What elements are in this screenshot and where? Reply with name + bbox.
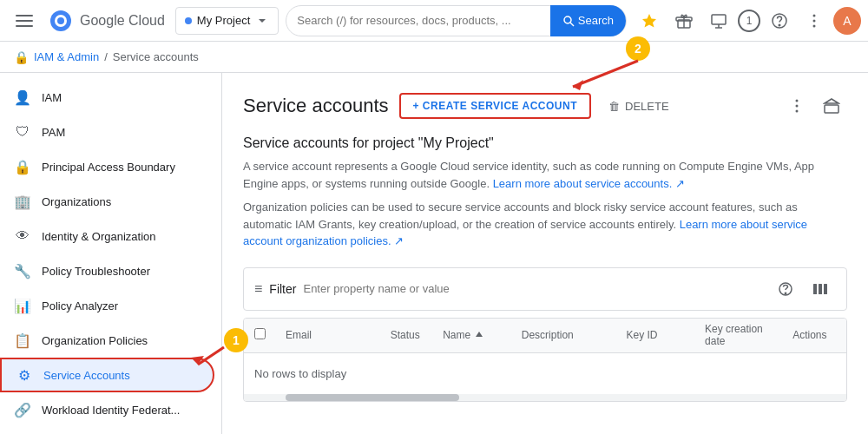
main-layout: 👤 IAM 🛡 PAM 🔒 Principal Access Boundary … [0,73,868,434]
col-description: Description [522,329,627,341]
gift-button[interactable] [668,5,700,36]
filter-help-button[interactable] [770,273,801,305]
filter-label: Filter [269,282,296,296]
sidebar-item-label: Workload Identity Federat... [42,404,180,417]
shield-icon: 🔒 [14,50,29,64]
info-text-1: A service account represents a Google Cl… [243,158,847,192]
filter-icon: ≡ [254,281,262,297]
filter-input[interactable] [303,282,763,295]
topbar: Google Cloud My Project Search [0,0,868,42]
chevron-down-icon [255,14,269,28]
pam-icon: 🛡 [14,123,31,141]
header-icons [781,90,847,122]
project-name: My Project [197,14,250,27]
empty-table-message: No rows to display [244,353,846,394]
logo-text: Google Cloud [80,13,165,29]
search-icon [562,15,575,27]
menu-button[interactable] [7,3,42,38]
svg-rect-2 [16,25,33,27]
svg-rect-0 [16,15,33,16]
sidebar-item-identity-org[interactable]: 👁 Identity & Organization [0,219,214,253]
notifications-button[interactable]: 1 [738,10,760,32]
more-vert-icon [789,98,805,114]
scrollbar[interactable] [244,394,846,401]
svg-point-22 [796,110,799,113]
sidebar-item-label: Organization Policies [42,334,148,347]
screen-icon [710,12,727,30]
sidebar-item-org-policies[interactable]: 📋 Organization Policies [0,323,214,358]
starred-button[interactable] [634,5,665,36]
sidebar-item-workload-identity[interactable]: 🔗 Workload Identity Federat... [0,392,214,427]
learn-more-link-1[interactable]: Learn more about service accounts. ↗ [493,177,685,190]
svg-rect-1 [16,20,33,22]
help-circle-icon [778,281,793,297]
iam-icon: 👤 [14,89,31,106]
select-all-checkbox[interactable] [254,328,266,339]
svg-rect-12 [712,15,726,24]
gift-icon [675,12,693,30]
svg-point-21 [796,105,799,108]
filter-bar: ≡ Filter [243,267,847,311]
sidebar: 👤 IAM 🛡 PAM 🔒 Principal Access Boundary … [0,73,222,434]
create-service-account-button[interactable]: + CREATE SERVICE ACCOUNT [399,93,591,119]
screen-button[interactable] [703,5,734,36]
breadcrumb-parent[interactable]: IAM & Admin [34,50,99,63]
sidebar-item-workforce-identity[interactable]: 🔗 Workforce Identity Federa... [0,427,214,434]
col-name[interactable]: Name [443,329,522,341]
help-button[interactable] [764,5,795,36]
google-cloud-logo-icon [49,9,73,33]
service-accounts-icon: ⚙ [16,366,33,384]
svg-point-19 [813,24,816,27]
sidebar-item-pab[interactable]: 🔒 Principal Access Boundary [0,149,214,184]
svg-line-7 [570,23,574,26]
sidebar-item-label: Policy Analyzer [42,299,118,312]
breadcrumb-separator: / [104,50,108,63]
sidebar-item-organizations[interactable]: 🏢 Organizations [0,184,214,219]
analyzer-icon: 📊 [14,297,31,314]
sidebar-item-pam[interactable]: 🛡 PAM [0,115,214,149]
content-header: Service accounts + CREATE SERVICE ACCOUN… [243,90,847,122]
info-text-2: Organization policies can be used to sec… [243,199,847,250]
svg-rect-23 [825,105,838,113]
col-status: Status [391,329,443,341]
delete-icon: 🗑 [608,100,620,113]
topbar-icons: 1 A [634,5,861,36]
sidebar-item-policy-troubleshooter[interactable]: 🔧 Policy Troubleshooter [0,253,214,288]
delete-button[interactable]: 🗑 DELETE [602,95,676,118]
logo-area: Google Cloud [49,9,165,33]
search-btn-label: Search [578,14,614,27]
sidebar-item-policy-analyzer[interactable]: 📊 Policy Analyzer [0,288,214,323]
search-button[interactable]: Search [550,5,626,36]
learn-button[interactable] [816,90,847,122]
svg-point-16 [779,24,780,26]
svg-point-20 [796,100,799,102]
sidebar-item-label: Organizations [42,195,111,208]
content-area: Service accounts + CREATE SERVICE ACCOUN… [222,73,868,434]
user-avatar[interactable]: A [833,7,861,35]
col-keyid: Key ID [626,329,705,341]
svg-rect-29 [824,284,827,294]
project-dot [185,17,192,24]
sidebar-item-label: Identity & Organization [42,230,156,243]
info-section: Service accounts for project "My Project… [243,135,847,250]
org-icon: 🏢 [14,193,31,210]
more-icon [806,12,823,30]
identity-icon: 👁 [14,227,31,245]
star-icon [641,12,658,30]
search-input[interactable] [297,14,550,27]
search-bar[interactable]: Search [286,5,627,36]
svg-point-6 [564,16,571,23]
svg-marker-8 [642,14,656,28]
more-options-button[interactable] [799,5,830,36]
svg-point-26 [785,293,786,293]
sidebar-item-service-accounts[interactable]: ⚙ Service Accounts [0,358,214,392]
learn-more-link-2[interactable]: Learn more about service account organiz… [243,218,807,248]
columns-button[interactable] [805,273,836,305]
sidebar-item-iam[interactable]: 👤 IAM [0,80,214,115]
breadcrumb: 🔒 IAM & Admin / Service accounts [0,42,868,73]
project-selector[interactable]: My Project [175,7,279,35]
sidebar-item-label: Principal Access Boundary [42,161,175,174]
svg-marker-24 [825,99,838,103]
notifications-area: 1 [738,10,760,32]
more-button[interactable] [781,90,812,122]
